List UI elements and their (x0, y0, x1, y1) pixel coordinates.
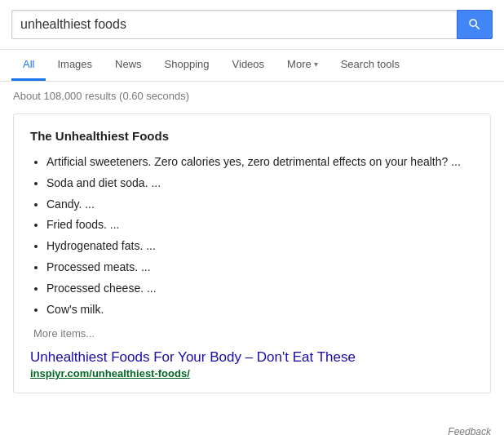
tab-news[interactable]: News (104, 50, 153, 81)
nav-tabs: All Images News Shopping Videos More ▾ S… (0, 50, 504, 82)
featured-box: The Unhealthiest Foods Artificial sweete… (13, 113, 491, 393)
more-caret-icon: ▾ (314, 60, 318, 69)
featured-list: Artificial sweeteners. Zero calories yes… (30, 153, 474, 319)
list-item: Fried foods. ... (46, 215, 474, 235)
feedback-area: Feedback (0, 419, 504, 435)
search-input[interactable] (20, 17, 449, 32)
list-item: Artificial sweeteners. Zero calories yes… (46, 153, 474, 172)
result-url: inspiyr.com/unhealthiest-foods/ (30, 367, 474, 380)
list-item: Soda and diet soda. ... (46, 174, 474, 193)
result-link[interactable]: Unhealthiest Foods For Your Body – Don't… (30, 349, 474, 366)
main-content: The Unhealthiest Foods Artificial sweete… (0, 109, 504, 419)
list-item: Processed cheese. ... (46, 279, 474, 299)
list-item: Hydrogenated fats. ... (46, 237, 474, 256)
feedback-label[interactable]: Feedback (448, 426, 491, 435)
tab-more[interactable]: More ▾ (276, 50, 329, 81)
tab-images[interactable]: Images (46, 50, 104, 81)
list-item: Processed meats. ... (46, 258, 474, 277)
featured-title: The Unhealthiest Foods (30, 129, 474, 143)
tab-shopping[interactable]: Shopping (153, 50, 221, 81)
tab-videos[interactable]: Videos (221, 50, 276, 81)
list-item: Cow's milk. (46, 300, 474, 320)
list-item: Candy. ... (46, 195, 474, 215)
result-url-bold: unhealthiest-foods (92, 367, 187, 380)
results-count: About 108,000 results (0.60 seconds) (0, 82, 504, 109)
tab-search-tools[interactable]: Search tools (329, 50, 411, 81)
search-button[interactable] (457, 10, 493, 39)
more-items-link[interactable]: More items... (30, 327, 474, 340)
tab-all[interactable]: All (11, 50, 46, 81)
search-bar (0, 0, 504, 50)
search-input-wrapper (11, 10, 457, 39)
search-icon (467, 17, 482, 32)
